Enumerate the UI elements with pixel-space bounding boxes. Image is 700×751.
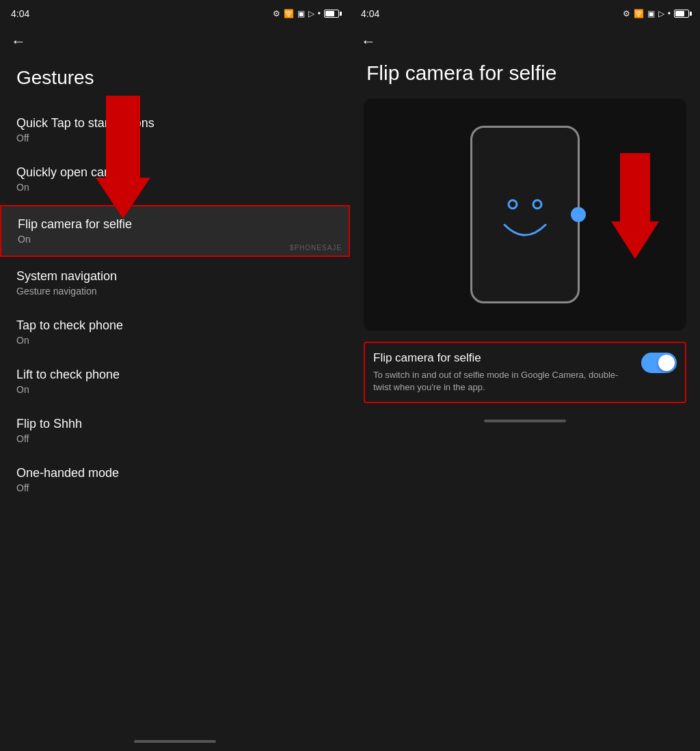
wifi-icon: 🛜 — [284, 9, 294, 18]
arrow-shaft — [106, 96, 140, 178]
tap-check-title: Tap to check phone — [16, 318, 334, 333]
open-camera-title: Quickly open camera — [16, 165, 334, 180]
r-cast-icon: ▷ — [658, 9, 664, 18]
one-handed-title: One-handed mode — [16, 466, 334, 480]
right-red-arrow — [611, 153, 659, 259]
toggle-section[interactable]: Flip camera for selfie To switch in and … — [364, 342, 686, 403]
left-home-indicator — [134, 740, 216, 743]
tap-check-subtitle: On — [16, 335, 334, 346]
settings-list: Quick Tap to start actions Off Quickly o… — [0, 105, 350, 735]
right-arrow-shaft — [620, 153, 650, 221]
toggle-knob — [658, 355, 675, 371]
right-arrow-head — [611, 221, 659, 259]
settings-item-one-handed[interactable]: One-handed mode Off — [0, 455, 350, 504]
system-nav-title: System navigation — [16, 269, 334, 284]
right-screen: 4:04 ⚙ 🛜 ▣ ▷ • ← Flip camera for selfie — [350, 0, 700, 751]
right-status-icons: ⚙ 🛜 ▣ ▷ • — [623, 9, 689, 18]
right-status-time: 4:04 — [361, 8, 379, 19]
settings-icon: ⚙ — [273, 9, 280, 18]
right-status-bar: 4:04 ⚙ 🛜 ▣ ▷ • — [350, 0, 700, 25]
lift-check-title: Lift to check phone — [16, 368, 334, 382]
quick-tap-title: Quick Tap to start actions — [16, 116, 334, 131]
flip-shhh-title: Flip to Shhh — [16, 417, 334, 431]
svg-point-1 — [533, 200, 541, 208]
r-dot-icon: • — [668, 9, 671, 18]
quick-tap-subtitle: Off — [16, 133, 334, 144]
left-page-title: Gestures — [0, 56, 350, 105]
flip-shhh-subtitle: Off — [16, 433, 334, 444]
settings-item-flip-shhh[interactable]: Flip to Shhh Off — [0, 406, 350, 455]
left-red-arrow — [96, 96, 150, 219]
flip-selfie-title: Flip camera for selfie — [18, 217, 332, 232]
left-status-bar: 4:04 ⚙ 🛜 ▣ ▷ • — [0, 0, 350, 25]
arrow-head — [96, 178, 150, 219]
open-camera-subtitle: On — [16, 182, 334, 193]
settings-item-flip-selfie[interactable]: Flip camera for selfie On $PHONESAJE — [0, 205, 350, 257]
cast-icon: ▷ — [308, 9, 314, 18]
r-wifi-icon: 🛜 — [634, 9, 644, 18]
settings-item-quick-tap[interactable]: Quick Tap to start actions Off — [0, 105, 350, 154]
lift-check-subtitle: On — [16, 384, 334, 395]
sim-icon: ▣ — [297, 9, 305, 18]
settings-item-tap-check[interactable]: Tap to check phone On — [0, 308, 350, 357]
left-back-button[interactable]: ← — [0, 25, 350, 56]
side-circle — [571, 207, 586, 222]
toggle-description: To switch in and out of selfie mode in G… — [373, 369, 633, 394]
svg-point-0 — [509, 200, 517, 208]
right-page-title: Flip camera for selfie — [350, 56, 700, 98]
r-sim-icon: ▣ — [647, 9, 655, 18]
system-nav-subtitle: Gesture navigation — [16, 286, 334, 297]
left-status-icons: ⚙ 🛜 ▣ ▷ • — [273, 9, 339, 18]
settings-item-lift-check[interactable]: Lift to check phone On — [0, 357, 350, 406]
toggle-text: Flip camera for selfie To switch in and … — [373, 351, 641, 394]
selfie-face — [484, 174, 566, 256]
right-home-indicator — [484, 420, 566, 422]
settings-item-open-camera[interactable]: Quickly open camera On — [0, 154, 350, 204]
r-battery-icon — [674, 10, 689, 18]
toggle-switch[interactable] — [641, 353, 677, 373]
left-watermark: $PHONESAJE — [290, 244, 342, 251]
camera-demo — [364, 98, 686, 331]
right-back-button[interactable]: ← — [350, 25, 700, 56]
left-screen: 4:04 ⚙ 🛜 ▣ ▷ • ← Gestures Quick Tap to s… — [0, 0, 350, 751]
left-status-time: 4:04 — [11, 8, 29, 19]
battery-icon — [324, 10, 339, 18]
r-settings-icon: ⚙ — [623, 9, 630, 18]
dot-icon: • — [318, 9, 321, 18]
flip-selfie-subtitle: On — [18, 234, 332, 245]
one-handed-subtitle: Off — [16, 482, 334, 493]
settings-item-system-nav[interactable]: System navigation Gesture navigation — [0, 258, 350, 308]
phone-outline — [470, 126, 580, 303]
toggle-title: Flip camera for selfie — [373, 351, 633, 365]
